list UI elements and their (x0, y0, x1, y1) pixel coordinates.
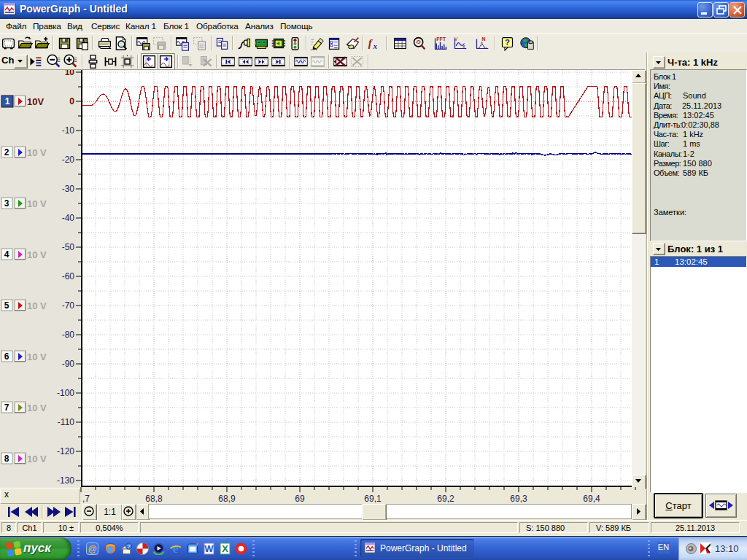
svg-text:10 V: 10 V (27, 351, 47, 362)
svg-text:10 V: 10 V (27, 147, 47, 158)
svg-text:69,3: 69,3 (510, 494, 527, 504)
svg-text:2: 2 (4, 147, 9, 158)
svg-text:68,8: 68,8 (145, 494, 163, 504)
svg-text:@: @ (88, 544, 97, 554)
svg-text:10: 10 (65, 70, 75, 77)
svg-text:5: 5 (4, 300, 9, 311)
svg-text:,7: ,7 (82, 494, 90, 504)
svg-text:-110: -110 (58, 417, 74, 427)
svg-text:10 V: 10 V (27, 198, 47, 209)
svg-text:-50: -50 (62, 242, 75, 252)
svg-text:e: e (173, 542, 179, 555)
svg-text:1: 1 (5, 96, 10, 106)
svg-text:0: 0 (69, 96, 74, 106)
svg-text:FFT: FFT (436, 36, 446, 42)
svg-text:10 V: 10 V (27, 249, 47, 260)
svg-text:-40: -40 (62, 213, 75, 223)
svg-text:10 V: 10 V (27, 300, 47, 311)
svg-text:W: W (204, 543, 214, 554)
svg-text:?: ? (505, 38, 510, 47)
svg-text:?: ? (127, 543, 131, 550)
svg-text:10 V: 10 V (27, 402, 47, 413)
svg-text:4: 4 (4, 249, 9, 260)
svg-text:x: x (462, 44, 465, 49)
svg-text:-100: -100 (57, 388, 74, 398)
svg-text:-130: -130 (57, 475, 74, 486)
svg-text:10V: 10V (27, 96, 44, 107)
svg-text:68,9: 68,9 (218, 494, 236, 504)
svg-text:X: X (222, 543, 228, 554)
svg-text:-120: -120 (57, 446, 74, 456)
svg-text:-20: -20 (62, 155, 75, 165)
svg-text:6: 6 (4, 351, 9, 362)
svg-text:-30: -30 (62, 184, 75, 194)
svg-text:8: 8 (4, 454, 9, 464)
svg-text:-80: -80 (62, 330, 75, 340)
svg-text:N: N (482, 36, 486, 42)
svg-text:69,1: 69,1 (364, 494, 382, 504)
svg-text:69,4: 69,4 (583, 494, 600, 504)
svg-text:x: x (373, 42, 377, 50)
svg-text:f: f (368, 37, 374, 49)
svg-text:3: 3 (4, 198, 9, 209)
svg-text:69,2: 69,2 (437, 494, 454, 504)
svg-text:-60: -60 (62, 271, 75, 281)
svg-text:-70: -70 (62, 300, 75, 311)
svg-text:7: 7 (4, 402, 9, 413)
svg-text:-90: -90 (62, 359, 75, 369)
svg-text:69: 69 (295, 494, 305, 504)
svg-text:-10: -10 (62, 125, 75, 136)
svg-text:10 V: 10 V (27, 454, 47, 464)
